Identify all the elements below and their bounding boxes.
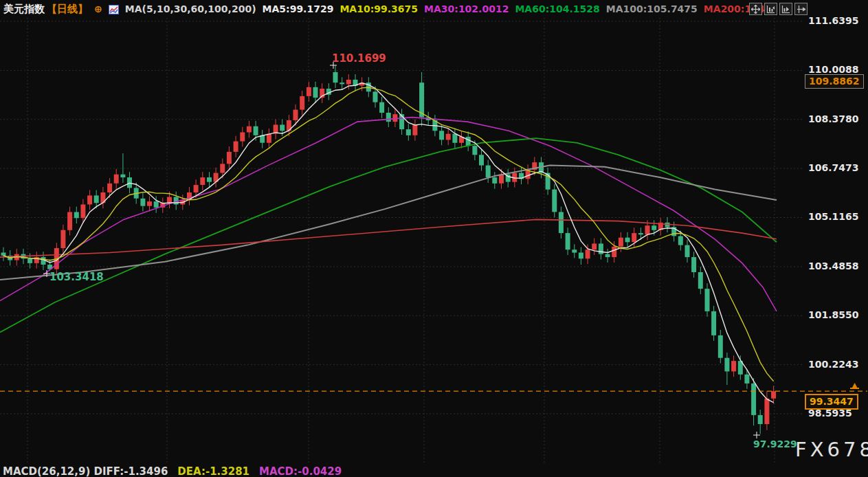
macd-indicator-bar: MACD(26,12,9) DIFF:-1.3496 DEA:-1.3281 M… xyxy=(3,465,342,477)
zoom-out-icon[interactable] xyxy=(764,3,777,15)
y-axis-tick-label: 105.1165 xyxy=(808,211,859,222)
legend-ma100: MA100:105.7475 xyxy=(606,3,698,14)
v-gridlines xyxy=(27,18,775,465)
price-alert-arrow-icon: ▲ xyxy=(850,382,859,389)
add-overlay-icon[interactable]: ⊕ xyxy=(94,3,102,14)
y-axis-tick-label: 111.6395 xyxy=(808,15,859,26)
y-axis-tick-label: 103.4858 xyxy=(808,260,859,271)
y-axis-tick-label: 108.3780 xyxy=(808,113,859,124)
ma-settings-label[interactable]: MA(5,10,30,60,100,200) xyxy=(125,3,256,14)
legend-ma5: MA5:99.1729 xyxy=(263,3,334,14)
y-axis-tick-label: 110.0088 xyxy=(808,64,859,75)
swing-low-annotation: 103.3418 xyxy=(49,271,104,283)
symbol-name: 美元指数 xyxy=(3,3,45,16)
high-price-annotation: 110.1699 xyxy=(332,52,386,65)
macd-value-label: MACD:-0.0429 xyxy=(259,465,342,477)
y-axis-tick-label: 106.7473 xyxy=(808,162,859,173)
ma5-line xyxy=(3,83,774,403)
pan-tool-icon[interactable] xyxy=(749,3,762,15)
candlestick-chart-icon[interactable] xyxy=(109,4,119,14)
macd-dea-label: DEA:-1.3281 xyxy=(177,465,249,477)
chart-toolbar xyxy=(749,3,808,15)
y-axis-tick-label: 100.2243 xyxy=(808,359,859,370)
legend-ma60: MA60:104.1528 xyxy=(515,3,599,14)
go-to-latest-icon[interactable] xyxy=(794,3,808,15)
y-axis-tick-label: 101.8550 xyxy=(808,309,859,320)
fx678-watermark: FX678 xyxy=(795,438,868,461)
macd-diff-label: MACD(26,12,9) DIFF:-1.3496 xyxy=(3,465,168,477)
last-price-label: 99.3447 xyxy=(805,394,858,410)
trading-chart-window: { "header": { "symbol": "美元指数", "period"… xyxy=(0,0,868,477)
reference-price-label: 109.8862 xyxy=(805,74,864,89)
candlestick-chart[interactable] xyxy=(0,0,868,477)
chart-header: 美元指数 【日线】 ⊕ MA(5,10,30,60,100,200) MA5:9… xyxy=(3,2,765,16)
legend-ma10: MA10:99.3675 xyxy=(340,3,418,14)
moving-averages-layer xyxy=(0,83,777,403)
candles-layer xyxy=(1,65,777,434)
ma10-line xyxy=(3,87,774,381)
legend-ma30: MA30:102.0012 xyxy=(424,3,509,14)
zoom-in-icon[interactable] xyxy=(779,3,792,15)
low-price-annotation: 97.9229 xyxy=(753,439,797,450)
period-label[interactable]: 【日线】 xyxy=(47,3,88,16)
